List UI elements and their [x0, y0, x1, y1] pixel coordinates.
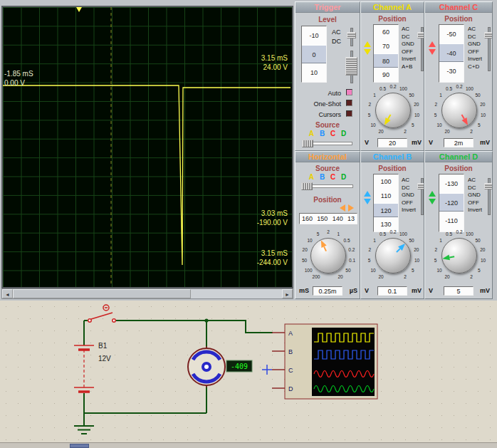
coupling-option[interactable]: Invert — [468, 56, 482, 63]
position-down-icon[interactable] — [364, 49, 371, 55]
coupling-option[interactable]: OFF — [468, 199, 482, 207]
channel-d-position-spinner[interactable]: -130 -120 -110 — [439, 174, 464, 232]
source-a[interactable]: A — [309, 173, 314, 181]
source-c[interactable]: C — [330, 173, 335, 181]
position-down-icon[interactable] — [429, 49, 436, 55]
cursors-button[interactable]: Cursors — [304, 111, 341, 118]
position-right-icon[interactable] — [348, 204, 354, 212]
knob-scale-label: 0.2 — [456, 84, 462, 89]
position-down-icon[interactable] — [429, 199, 436, 204]
knob-scale-label: 1 — [373, 238, 376, 243]
source-d[interactable]: D — [341, 173, 346, 181]
position-value: 160 — [302, 215, 313, 222]
app-scrollbar-thumb[interactable] — [70, 444, 89, 448]
channel-a-panel: Channel A Position 60 70 80 90 AC DC GND… — [360, 1, 424, 151]
knob-scale-label: 2 — [470, 274, 473, 279]
position-left-icon[interactable] — [340, 204, 345, 212]
coupling-option[interactable]: OFF — [402, 48, 416, 56]
knob-scale-label: 0.2 — [456, 229, 462, 234]
knob-scale-label: 10 — [436, 122, 441, 127]
scrollbar-thumb[interactable] — [13, 289, 191, 298]
trigger-source-slider-thumb[interactable] — [302, 140, 313, 147]
channel-c-coupling-handle[interactable] — [484, 32, 493, 38]
source-d[interactable]: D — [341, 130, 346, 137]
coupling-option[interactable]: DC — [402, 184, 416, 192]
channel-c-position-spinner[interactable]: -50 -40 -30 — [439, 24, 464, 83]
position-down-icon[interactable] — [364, 199, 371, 204]
position-up-icon[interactable] — [364, 41, 371, 47]
coupling-option[interactable]: OFF — [468, 48, 482, 56]
coupling-option[interactable]: AC — [402, 177, 416, 184]
circuit-canvas[interactable]: B1 12V -409 — [0, 301, 497, 442]
coupling-option[interactable]: A+B — [402, 63, 416, 71]
scope-component[interactable]: A B C D — [272, 324, 377, 399]
position-up-icon[interactable] — [364, 191, 371, 197]
channel-b-gain-knob[interactable]: 20105210.50.210050201052 — [365, 227, 422, 284]
wires[interactable] — [84, 321, 273, 425]
coupling-option[interactable]: GND — [402, 41, 416, 48]
channel-c-gain-knob[interactable]: 20105210.50.210050201052 — [431, 82, 488, 139]
knob-scale-label: 20 — [338, 274, 342, 279]
channel-d-gain-knob[interactable]: 20105210.50.210050201052 — [431, 227, 488, 284]
level-label: Level — [295, 16, 360, 24]
timebase-knob[interactable]: 2001005020105210.50.20.15020 — [300, 227, 357, 284]
coupling-option[interactable]: DC — [468, 33, 482, 41]
coupling-option[interactable]: OFF — [402, 199, 416, 207]
coupling-option[interactable]: DC — [468, 184, 482, 192]
ac-dc-slider-handle[interactable] — [347, 32, 356, 38]
channel-b-position-spinner[interactable]: 100 110 120 130 — [373, 174, 399, 232]
auto-button[interactable]: Auto — [304, 90, 341, 97]
trigger-marker-icon[interactable] — [76, 7, 82, 12]
coupling-option[interactable]: Invert — [468, 207, 482, 214]
trigger-level-spinner[interactable]: -10 0 10 — [301, 26, 327, 83]
knob-scale-label: 0.5 — [446, 86, 452, 91]
wire[interactable] — [84, 393, 206, 413]
coupling-option[interactable]: Invert — [402, 207, 416, 214]
battery[interactable] — [74, 345, 94, 392]
channel-a-coupling-labels: AC DC GND OFF Invert A+B — [402, 26, 416, 71]
display-scrollbar[interactable]: ◄ ► — [1, 288, 293, 299]
coupling-option[interactable]: GND — [402, 192, 416, 199]
scroll-left-icon[interactable]: ◄ — [2, 289, 13, 298]
source-b[interactable]: B — [320, 173, 325, 181]
source-a[interactable]: A — [309, 130, 314, 137]
reading-mid-volt: -190.00 V — [257, 219, 288, 226]
unit-millivolts: mV — [412, 287, 422, 294]
coupling-option[interactable]: DC — [402, 33, 416, 41]
wire[interactable] — [206, 321, 273, 333]
coupling-option[interactable]: AC — [468, 177, 482, 184]
knob-scale-label: 10 — [481, 112, 486, 117]
horizontal-source-slider-thumb[interactable] — [301, 182, 313, 190]
knob-scale-label: 10 — [481, 257, 486, 262]
motor[interactable] — [188, 346, 225, 387]
channel-a-coupling-handle[interactable] — [417, 32, 424, 38]
horizontal-position-spinner[interactable]: 160 150 140 13 — [299, 213, 357, 224]
coupling-option[interactable]: AC — [468, 26, 482, 33]
position-up-icon[interactable] — [429, 41, 436, 47]
one-shot-button[interactable]: One-Shot — [304, 100, 341, 108]
pin-label-b: B — [288, 348, 293, 355]
proteus-oscilloscope-screen: { "icons": {"scroll_left": "◄", "scroll_… — [0, 0, 497, 448]
app-horizontal-scrollbar[interactable] — [0, 442, 497, 448]
position-up-icon[interactable] — [429, 191, 436, 197]
coupling-option[interactable]: Invert — [402, 56, 416, 63]
source-b[interactable]: B — [320, 130, 325, 137]
switch[interactable] — [88, 305, 115, 322]
knob-scale-label: 100 — [466, 86, 474, 91]
coupling-option[interactable]: C+D — [468, 63, 482, 71]
channel-b-coupling-handle[interactable] — [417, 183, 424, 189]
level-slider-handle[interactable] — [345, 57, 357, 75]
scroll-right-icon[interactable]: ► — [282, 289, 293, 298]
scope-pins[interactable] — [272, 333, 285, 388]
source-c[interactable]: C — [330, 130, 335, 137]
knob-scale-label: 10 — [414, 112, 419, 117]
coupling-option[interactable]: AC — [402, 26, 416, 33]
coupling-option[interactable]: GND — [468, 41, 482, 48]
channel-a-gain-knob[interactable]: 20105210.50.210050201052 — [365, 82, 422, 139]
coupling-option[interactable]: GND — [468, 192, 482, 199]
channel-d-coupling-handle[interactable] — [484, 183, 493, 189]
timebase-value: 0.25m — [313, 286, 342, 296]
channel-a-position-spinner[interactable]: 60 70 80 90 — [373, 24, 399, 83]
unit-volts: V — [429, 287, 433, 294]
knob-scale-label: 1 — [373, 93, 376, 98]
